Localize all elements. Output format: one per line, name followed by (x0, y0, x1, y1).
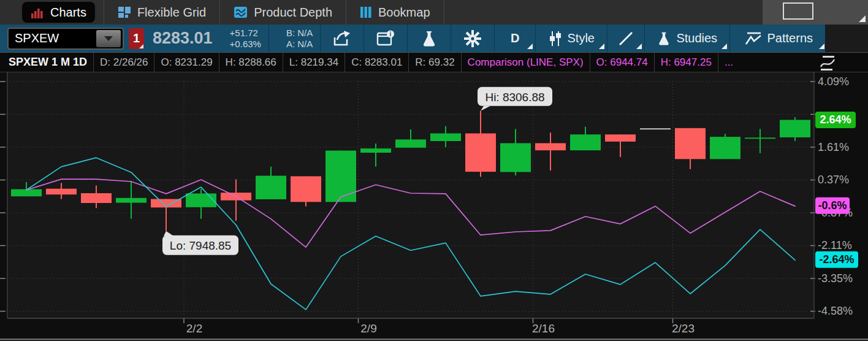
trendline-icon (618, 31, 634, 47)
tab-label: Product Depth (254, 6, 332, 20)
status-field: H: 6947.25 (655, 56, 718, 69)
drawing-tools-button[interactable] (607, 25, 644, 52)
badge-text: -0.6% (818, 199, 847, 212)
dropdown-corner (819, 44, 824, 49)
last-price: 8283.01 (153, 29, 213, 48)
window-bottom-edge (0, 339, 868, 340)
patterns-icon (745, 31, 762, 47)
candle[interactable] (291, 176, 321, 202)
flask-icon (421, 30, 437, 47)
news-button[interactable]: i (364, 25, 407, 52)
y-axis-label: 4.09% (818, 75, 849, 88)
x-axis-label: 2/2 (186, 322, 202, 335)
bid-value: B: N/A (286, 28, 313, 39)
candle[interactable] (500, 143, 531, 172)
badge-text: 2.64% (820, 113, 851, 126)
tab-label: Charts (50, 6, 86, 20)
candle[interactable] (430, 133, 461, 141)
symbol-value: SPXEW (9, 31, 59, 45)
style-label: Style (568, 31, 595, 45)
style-icon (549, 31, 562, 47)
y-axis-label: -4.58% (818, 305, 853, 317)
bookmap-icon (360, 6, 372, 19)
candle[interactable] (116, 198, 147, 203)
badge-corner (139, 44, 143, 48)
change-block: +51.72 +0.63% (223, 28, 268, 50)
candle[interactable] (465, 133, 496, 172)
tab-label: Flexible Grid (137, 6, 206, 20)
candle[interactable] (780, 120, 810, 137)
price-change-pct: +0.63% (230, 39, 261, 50)
bar-chart-icon (31, 6, 44, 19)
tab-product-depth[interactable]: Product Depth (220, 0, 346, 25)
dropdown-corner (599, 44, 604, 49)
plot-area[interactable] (7, 72, 814, 318)
tabbar-right-panel (763, 0, 868, 25)
candle[interactable] (395, 139, 426, 147)
tab-charts[interactable]: Charts (22, 2, 95, 23)
candle[interactable] (570, 134, 601, 150)
candle[interactable] (745, 137, 775, 139)
status-field: R: 69.32 (409, 56, 460, 69)
timeframe-button[interactable]: D (495, 25, 535, 52)
candle[interactable] (256, 176, 286, 199)
dropdown-corner (636, 44, 642, 49)
tab-bookmap[interactable]: Bookmap (346, 0, 444, 25)
candle[interactable] (710, 137, 740, 159)
settings-button[interactable] (451, 25, 494, 52)
analyze-button[interactable] (408, 25, 451, 52)
window-maximize-button[interactable] (783, 2, 813, 20)
badge-text: -2.64% (819, 253, 854, 266)
candle[interactable] (81, 193, 112, 203)
alert-count-badge[interactable]: 1 (129, 28, 144, 49)
dropdown-corner (527, 44, 533, 49)
candle[interactable] (46, 189, 77, 194)
gear-icon (463, 29, 482, 48)
timeframe-value: D (511, 31, 519, 45)
y-axis-label: 1.61% (818, 141, 849, 153)
symbol-dropdown-button[interactable] (96, 30, 121, 47)
divider (444, 0, 444, 25)
news-icon: i (376, 30, 395, 47)
ask-value: A: N/A (286, 39, 313, 50)
share-button[interactable] (321, 25, 364, 52)
panel-resize-corner[interactable] (859, 15, 866, 22)
x-axis-label: 2/9 (360, 322, 376, 335)
bid-ask-block: B: N/A A: N/A (279, 28, 320, 50)
candle[interactable] (605, 134, 636, 142)
studies-label: Studies (676, 31, 717, 45)
status-field: L: 8219.34 (283, 56, 345, 69)
dropdown-corner (721, 44, 727, 49)
tab-label: Bookmap (378, 6, 430, 20)
chart-toolbar: SPXEW 1 8283.01 +51.72 +0.63% B: N/A A: … (0, 25, 825, 52)
candle[interactable] (186, 193, 216, 207)
chart-settings-icon[interactable] (819, 55, 836, 71)
toolbar-wrap: SPXEW 1 8283.01 +51.72 +0.63% B: N/A A: … (0, 25, 868, 53)
share-icon (333, 30, 351, 47)
status-field: O: 8231.29 (154, 56, 218, 69)
status-field: ... (718, 56, 739, 69)
price-change: +51.72 (230, 28, 261, 39)
high-label-text: Hi: 8306.88 (485, 91, 544, 104)
candle[interactable] (640, 128, 671, 129)
status-field: O: 6944.74 (590, 56, 654, 69)
style-button[interactable]: Style (536, 25, 607, 52)
tab-bar: Charts Flexible Grid Product Depth Bookm… (0, 0, 868, 25)
y-axis-label: -3.35% (818, 272, 853, 285)
candle[interactable] (326, 151, 356, 202)
candle[interactable] (360, 148, 391, 153)
candle[interactable] (535, 143, 566, 150)
patterns-button[interactable]: Patterns (730, 25, 827, 52)
svg-text:i: i (390, 31, 392, 37)
price-chart[interactable]: 2/22/92/162/23Hi: 8306.88Lo: 7948.854.09… (0, 72, 868, 341)
tab-flexible-grid[interactable]: Flexible Grid (104, 0, 219, 25)
status-field: D: 2/26/26 (94, 56, 154, 69)
studies-button[interactable]: Studies (645, 25, 729, 52)
low-label-text: Lo: 7948.85 (170, 239, 231, 252)
x-axis-label: 2/16 (532, 322, 555, 335)
candle[interactable] (675, 128, 706, 159)
symbol-input[interactable]: SPXEW (7, 28, 124, 50)
chart-status-bar: SPXEW 1 M 1DD: 2/26/26O: 8231.29H: 8288.… (0, 53, 868, 72)
y-axis-label: 0.37% (818, 174, 849, 186)
chevron-down-icon (104, 36, 113, 41)
